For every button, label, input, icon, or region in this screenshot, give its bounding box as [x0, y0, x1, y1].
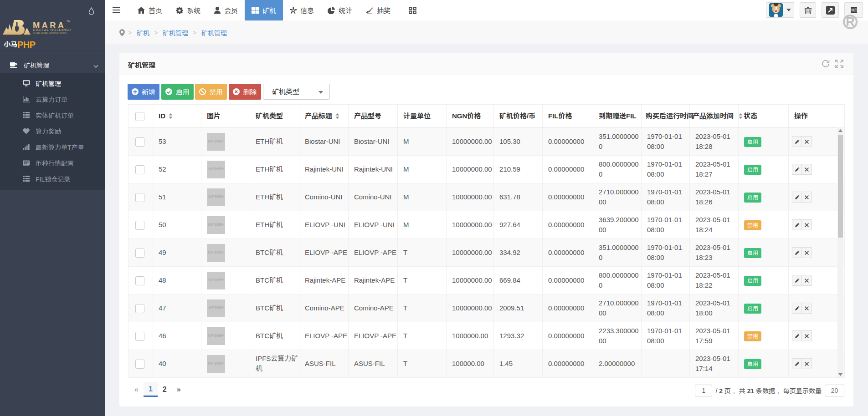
svg-text:TM: TM	[67, 20, 70, 23]
svg-text:GLOBAL DIGITAL CURRENCY MINING: GLOBAL DIGITAL CURRENCY MINING	[33, 32, 67, 34]
svg-text:DIGITAL HOLDINGS: DIGITAL HOLDINGS	[33, 28, 71, 32]
